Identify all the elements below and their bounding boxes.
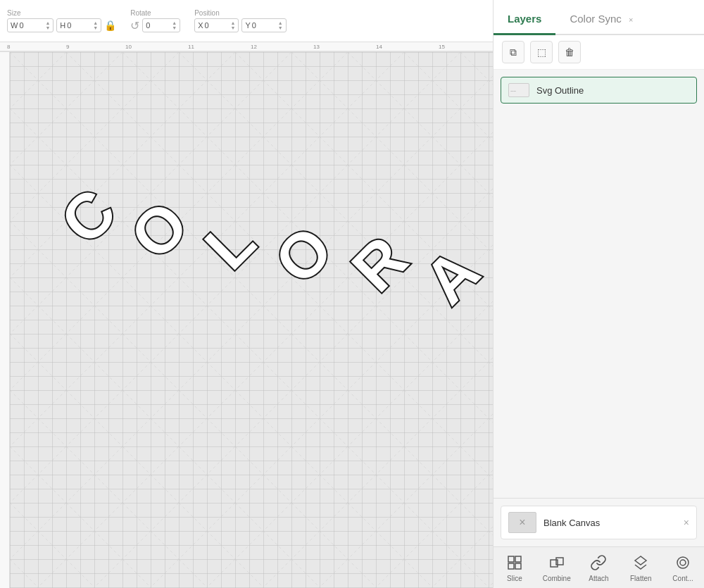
rotate-up[interactable]: ▲ — [172, 20, 177, 25]
tab-layers[interactable]: Layers — [494, 4, 555, 35]
attach-icon — [589, 553, 608, 573]
copy-button[interactable]: ⬚ — [530, 41, 553, 63]
size-label: Size — [7, 9, 20, 17]
width-up[interactable]: ▲ — [45, 20, 50, 25]
rotate-input[interactable] — [146, 21, 170, 30]
bottom-panel: × Blank Canvas × — [494, 498, 704, 546]
y-stepper[interactable]: ▲ ▼ — [278, 20, 283, 30]
width-input[interactable] — [19, 21, 44, 30]
position-group: Position X ▲ ▼ Y ▲ ▼ — [194, 9, 287, 32]
contour-tool[interactable]: Cont... — [665, 553, 700, 582]
slice-tool[interactable]: Slice — [497, 553, 532, 582]
ruler-top: 8 9 10 11 12 13 14 15 — [0, 42, 493, 52]
rotate-icon: ↺ — [130, 19, 139, 32]
delete-button[interactable]: 🗑 — [558, 41, 581, 63]
contour-icon — [673, 553, 693, 573]
lock-icon: 🔒 — [104, 20, 116, 31]
y-down[interactable]: ▼ — [278, 25, 283, 30]
height-input[interactable] — [67, 21, 92, 30]
tab-colorsync-close[interactable]: × — [629, 15, 633, 24]
tab-layers-label: Layers — [508, 13, 541, 25]
combine-svg — [548, 554, 565, 571]
blank-canvas-thumb: × — [508, 512, 536, 533]
svg-rect-7 — [508, 563, 514, 569]
flatten-label: Flatten — [630, 575, 652, 582]
height-down[interactable]: ▼ — [93, 25, 98, 30]
attach-tool[interactable]: Attach — [581, 553, 616, 582]
width-label: W — [11, 21, 18, 30]
flatten-icon — [631, 553, 650, 573]
contour-label: Cont... — [672, 575, 693, 582]
panel-spacer — [494, 291, 704, 498]
duplicate-button[interactable]: ⧉ — [502, 41, 524, 63]
svg-rect-5 — [508, 556, 514, 562]
layer-name-svg-outline: Svg Outline — [536, 85, 689, 96]
toolbar: Size W ▲ ▼ H ▲ ▼ 🔒 Rotate — [0, 0, 493, 42]
width-stepper[interactable]: ▲ ▼ — [45, 20, 50, 30]
width-down[interactable]: ▼ — [45, 25, 50, 30]
tab-colorsync-label: Color Sync — [570, 13, 621, 25]
blank-canvas-close-icon[interactable]: × — [684, 517, 689, 528]
blank-canvas-item[interactable]: × Blank Canvas × — [501, 506, 697, 539]
slice-icon — [505, 553, 524, 573]
y-input-box[interactable]: Y ▲ ▼ — [241, 18, 286, 32]
delete-icon: 🗑 — [565, 46, 574, 58]
duplicate-icon: ⧉ — [510, 46, 517, 58]
flatten-tool[interactable]: Flatten — [623, 553, 658, 582]
layer-item-svg-outline[interactable]: ~~ Svg Outline — [501, 77, 697, 104]
layer-list: ~~ Svg Outline — [494, 70, 704, 291]
position-label: Position — [194, 9, 220, 17]
canvas-area[interactable]: C O L O R A D O — [10, 52, 493, 588]
x-stepper[interactable]: ▲ ▼ — [231, 20, 236, 30]
y-label: Y — [245, 21, 250, 30]
svg-point-12 — [680, 560, 686, 565]
y-input[interactable] — [252, 21, 277, 30]
height-up[interactable]: ▲ — [93, 20, 98, 25]
x-input[interactable] — [205, 21, 230, 30]
slice-label: Slice — [507, 575, 522, 582]
tabs: Layers Color Sync × — [494, 0, 704, 35]
rotate-input-box[interactable]: ▲ ▼ — [142, 18, 180, 32]
contour-svg — [674, 554, 691, 571]
blank-canvas-name: Blank Canvas — [543, 518, 600, 528]
blank-canvas-x-icon: × — [519, 516, 525, 529]
combine-tool[interactable]: Combine — [539, 553, 574, 582]
combine-icon — [547, 553, 567, 573]
y-up[interactable]: ▲ — [278, 20, 283, 25]
attach-label: Attach — [589, 575, 608, 582]
width-input-box[interactable]: W ▲ ▼ — [7, 18, 54, 32]
flatten-svg — [632, 554, 649, 571]
letter-O1: O — [117, 188, 201, 273]
bottom-toolbar: Slice Combine Attach — [494, 546, 704, 588]
height-stepper[interactable]: ▲ ▼ — [93, 20, 98, 30]
x-up[interactable]: ▲ — [231, 20, 236, 25]
ruler-left — [0, 52, 10, 588]
rotate-stepper[interactable]: ▲ ▼ — [172, 20, 177, 30]
tab-colorsync[interactable]: Color Sync × — [555, 4, 647, 35]
layer-thumb-svg: ~~ — [509, 84, 529, 96]
layer-toolbar: ⧉ ⬚ 🗑 — [494, 35, 704, 70]
x-label: X — [198, 21, 203, 30]
attach-svg — [590, 554, 607, 571]
x-input-box[interactable]: X ▲ ▼ — [194, 18, 239, 32]
letter-R: R — [339, 223, 421, 305]
height-label: H — [60, 21, 65, 30]
size-group: Size W ▲ ▼ H ▲ ▼ 🔒 — [7, 9, 116, 32]
svg-rect-6 — [515, 556, 521, 562]
slice-svg — [506, 554, 523, 571]
height-input-box[interactable]: H ▲ ▼ — [56, 18, 101, 32]
copy-icon: ⬚ — [537, 46, 546, 58]
combine-label: Combine — [543, 575, 571, 582]
rotate-group: Rotate ↺ ▲ ▼ — [130, 9, 180, 32]
rotate-down[interactable]: ▼ — [172, 25, 177, 30]
svg-point-11 — [677, 557, 689, 568]
x-down[interactable]: ▼ — [231, 25, 236, 30]
rotate-label: Rotate — [130, 9, 151, 17]
right-panel: Layers Color Sync × ⧉ ⬚ 🗑 ~~ Svg Outline — [493, 0, 704, 588]
svg-text:~~: ~~ — [510, 89, 516, 94]
letter-L: L — [191, 205, 269, 282]
letter-O2: O — [261, 213, 346, 297]
layer-thumb: ~~ — [508, 83, 529, 97]
svg-rect-8 — [515, 563, 521, 569]
letter-C: C — [47, 175, 130, 258]
